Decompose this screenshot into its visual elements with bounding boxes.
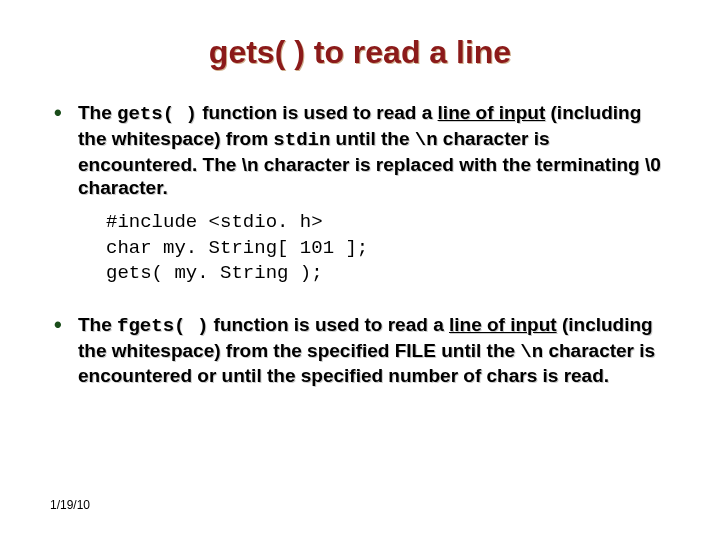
- code-inline-newline: \n: [415, 129, 438, 151]
- text-fragment: function is used to read a: [208, 314, 449, 335]
- bullet-1-text: The gets( ) function is used to read a l…: [78, 102, 661, 198]
- bullet-2-text: The fgets( ) function is used to read a …: [78, 314, 655, 387]
- code-block: #include <stdio. h> char my. String[ 101…: [106, 210, 670, 287]
- text-fragment: until the: [330, 128, 414, 149]
- code-inline-newline: \n: [520, 341, 543, 363]
- bullet-list: The gets( ) function is used to read a l…: [50, 101, 670, 388]
- text-fragment: The: [78, 102, 117, 123]
- code-inline-fgets: fgets( ): [117, 315, 208, 337]
- footer-date: 1/19/10: [50, 498, 90, 512]
- bullet-item-gets: The gets( ) function is used to read a l…: [50, 101, 670, 287]
- slide-title: gets( ) to read a line: [50, 34, 670, 71]
- code-inline-gets: gets( ): [117, 103, 197, 125]
- underline-line-of-input: line of input: [438, 102, 546, 123]
- code-inline-stdin: stdin: [273, 129, 330, 151]
- text-fragment: The: [78, 314, 117, 335]
- underline-line-of-input: line of input: [449, 314, 557, 335]
- slide: gets( ) to read a line The gets( ) funct…: [0, 0, 720, 540]
- text-fragment: function is used to read a: [197, 102, 438, 123]
- bullet-item-fgets: The fgets( ) function is used to read a …: [50, 313, 670, 388]
